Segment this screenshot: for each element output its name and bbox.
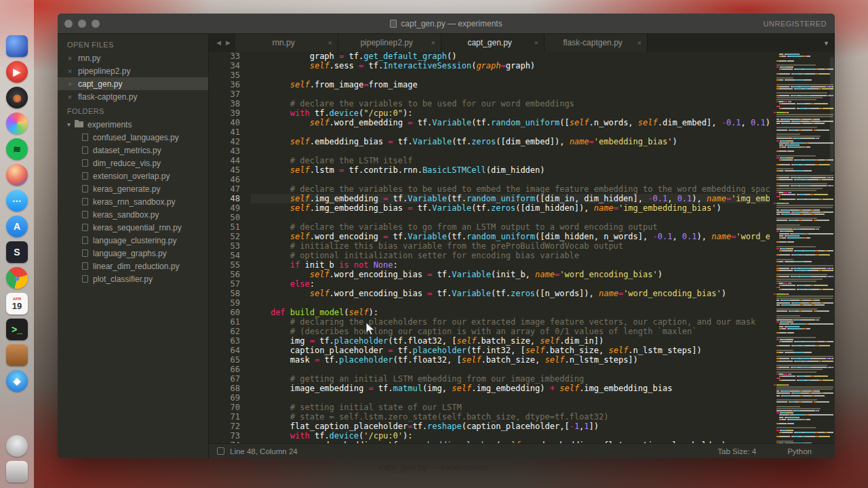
close-file-icon[interactable]: × <box>67 54 73 62</box>
code-line-35[interactable] <box>251 70 770 80</box>
code-line-72[interactable]: flat_caption_placeholder=tf.reshape(capt… <box>251 422 770 431</box>
tab-pipeplinep2.py[interactable]: pipeplinep2.py× <box>338 34 441 52</box>
dock-icon-app-1[interactable] <box>6 35 28 57</box>
sidebar-file-dataset_metrics.py[interactable]: dataset_metrics.py <box>58 144 208 157</box>
dock-icon-downloads[interactable] <box>6 435 28 457</box>
code-line-52[interactable]: self.word_encoding = tf.Variable(tf.rand… <box>251 232 770 241</box>
code-line-55[interactable]: if init_b is not None: <box>251 260 770 270</box>
code-line-48[interactable]: self.img_embedding = tf.Variable(tf.rand… <box>251 194 770 203</box>
code-line-54[interactable]: # optional initialization setter for enc… <box>251 251 770 260</box>
tab-flask-captgen.py[interactable]: flask-captgen.py× <box>545 34 648 52</box>
dock-icon-messages[interactable]: ⋯ <box>6 190 28 211</box>
code-line-74[interactable]: word_embeddings=tf.nn.embedding_lookup(s… <box>251 441 770 443</box>
open-file-rnn.py[interactable]: ×rnn.py <box>58 52 208 64</box>
code-line-56[interactable]: self.word_encoding_bias = tf.Variable(in… <box>251 270 770 279</box>
sidebar-file-keras_rnn_sandbox.py[interactable]: keras_rnn_sandbox.py <box>58 195 208 208</box>
tab-rnn.py[interactable]: rnn.py× <box>235 34 338 52</box>
minimize-window-button[interactable] <box>78 20 86 28</box>
code-line-62[interactable]: # (describes how long our caption is wit… <box>251 327 770 336</box>
dock-icon-trash[interactable] <box>6 461 28 483</box>
code-line-66[interactable] <box>251 365 770 374</box>
window-titlebar[interactable]: capt_gen.py — experiments UNREGISTERED <box>58 14 835 34</box>
code-line-50[interactable] <box>251 213 770 222</box>
code-line-61[interactable]: # declaring the placeholders for our ext… <box>251 317 770 327</box>
code-line-38[interactable]: # declare the variables to be used for o… <box>251 99 770 108</box>
code-line-65[interactable]: mask = tf.placeholder(tf.float32, [self.… <box>251 355 770 365</box>
dock-icon-photos[interactable] <box>6 113 28 134</box>
sidebar-file-plot_classifier.py[interactable]: plot_classifier.py <box>58 272 208 285</box>
syntax-indicator[interactable]: Python <box>787 447 812 455</box>
sidebar-file-keras_sequential_rnn.py[interactable]: keras_sequential_rnn.py <box>58 221 208 234</box>
code-line-63[interactable]: img = tf.placeholder(tf.float32, [self.b… <box>251 336 770 346</box>
code-area[interactable]: graph = tf.get_default_graph() self.sess… <box>251 52 770 443</box>
scrollbar-thumb[interactable] <box>830 57 834 172</box>
open-file-pipeplinep2.py[interactable]: ×pipeplinep2.py <box>58 64 208 77</box>
code-line-60[interactable]: def build_model(self): <box>251 308 770 317</box>
code-line-67[interactable]: # getting an initial LSTM embedding from… <box>251 374 770 384</box>
sidebar-file-linear_dim_reduction.py[interactable]: linear_dim_reduction.py <box>58 260 208 272</box>
code-line-33[interactable]: graph = tf.get_default_graph() <box>251 52 770 61</box>
dock-icon-safari[interactable]: ◆ <box>6 370 28 392</box>
minimap[interactable] <box>770 52 835 443</box>
tab-overflow-icon[interactable]: ▼ <box>823 40 829 47</box>
sidebar-file-confused_languages.py[interactable]: confused_languages.py <box>58 131 208 144</box>
dock-icon-terminal[interactable]: >_ <box>6 319 28 340</box>
dock-icon-calendar[interactable]: APR19 <box>6 293 28 314</box>
code-line-51[interactable]: # declare the variables to go from an LS… <box>251 222 770 232</box>
dock-icon-app-6[interactable] <box>6 164 28 186</box>
open-file-capt_gen.py[interactable]: ×capt_gen.py <box>58 77 208 90</box>
code-line-70[interactable]: # setting initial state of our LSTM <box>251 403 770 412</box>
tab-close-icon[interactable]: × <box>431 39 435 47</box>
sidebar-file-keras_sandbox.py[interactable]: keras_sandbox.py <box>58 208 208 221</box>
sidebar-file-dim_reduce_vis.py[interactable]: dim_reduce_vis.py <box>58 157 208 169</box>
tab-close-icon[interactable]: × <box>637 39 641 47</box>
sidebar-file-keras_generate.py[interactable]: keras_generate.py <box>58 182 208 195</box>
code-line-39[interactable]: with tf.device("/cpu:0"): <box>251 108 770 118</box>
code-line-36[interactable]: self.from_image=from_image <box>251 80 770 89</box>
code-line-59[interactable] <box>251 298 770 308</box>
tab-scroll-left-icon[interactable]: ◀ <box>216 39 221 46</box>
tab-capt_gen.py[interactable]: capt_gen.py× <box>441 34 545 52</box>
disclosure-triangle-icon[interactable]: ▾ <box>67 121 71 128</box>
code-line-47[interactable]: # declare the variables to be used to em… <box>251 184 770 194</box>
code-line-69[interactable] <box>251 393 770 403</box>
sidebar-file-extension_overlap.py[interactable]: extension_overlap.py <box>58 169 208 182</box>
code-line-42[interactable]: self.embedding_bias = tf.Variable(tf.zer… <box>251 137 770 146</box>
sidebar-file-language_graphs.py[interactable]: language_graphs.py <box>58 247 208 260</box>
close-file-icon[interactable]: × <box>67 80 73 88</box>
code-line-64[interactable]: caption_placeholder = tf.placeholder(tf.… <box>251 346 770 355</box>
sidebar-file-language_clustering.py[interactable]: language_clustering.py <box>58 234 208 247</box>
dock-icon-app-s[interactable]: S <box>6 241 28 263</box>
code-line-73[interactable]: with tf.device('/cpu:0'): <box>251 431 770 441</box>
code-line-45[interactable]: self.lstm = tf.contrib.rnn.BasicLSTMCell… <box>251 165 770 175</box>
code-line-44[interactable]: # declare the LSTM itself <box>251 156 770 165</box>
code-line-46[interactable] <box>251 175 770 184</box>
dock-icon-media-play[interactable]: ▶ <box>6 61 28 83</box>
close-file-icon[interactable]: × <box>67 67 73 75</box>
folder-experiments[interactable]: ▾ experiments <box>58 118 208 131</box>
code-line-49[interactable]: self.img_embedding_bias = tf.Variable(tf… <box>251 203 770 213</box>
scrollbar-track[interactable] <box>829 52 835 443</box>
dock-icon-dark-dial[interactable]: ◉ <box>6 87 28 108</box>
code-line-43[interactable] <box>251 146 770 156</box>
code-line-41[interactable] <box>251 127 770 137</box>
dock-icon-app-13[interactable] <box>6 344 28 366</box>
close-window-button[interactable] <box>64 20 73 28</box>
tab-size-indicator[interactable]: Tab Size: 4 <box>717 447 756 455</box>
code-line-58[interactable]: self.word_encoding_bias = tf.Variable(tf… <box>251 289 770 298</box>
tab-scroll-right-icon[interactable]: ▶ <box>226 39 231 46</box>
code-line-53[interactable]: # initialize this bias variable from the… <box>251 241 770 251</box>
close-file-icon[interactable]: × <box>67 93 73 101</box>
zoom-window-button[interactable] <box>92 20 100 28</box>
dock-icon-chrome[interactable]: ● <box>6 267 28 289</box>
code-line-57[interactable]: else: <box>251 279 770 289</box>
code-line-71[interactable]: # state = self.lstm.zero_state(self.batc… <box>251 412 770 422</box>
status-icon[interactable] <box>217 447 224 455</box>
editor-area[interactable]: 3334353637383940414243444546474849505152… <box>209 52 835 443</box>
dock-icon-spotify[interactable]: ≋ <box>6 138 28 160</box>
code-line-34[interactable]: self.sess = tf.InteractiveSession(graph=… <box>251 61 770 70</box>
dock-icon-appstore[interactable]: A <box>6 216 28 237</box>
open-file-flask-captgen.py[interactable]: ×flask-captgen.py <box>58 90 208 103</box>
tab-close-icon[interactable]: × <box>534 39 538 47</box>
code-line-68[interactable]: image_embedding = tf.matmul(img, self.im… <box>251 384 770 393</box>
